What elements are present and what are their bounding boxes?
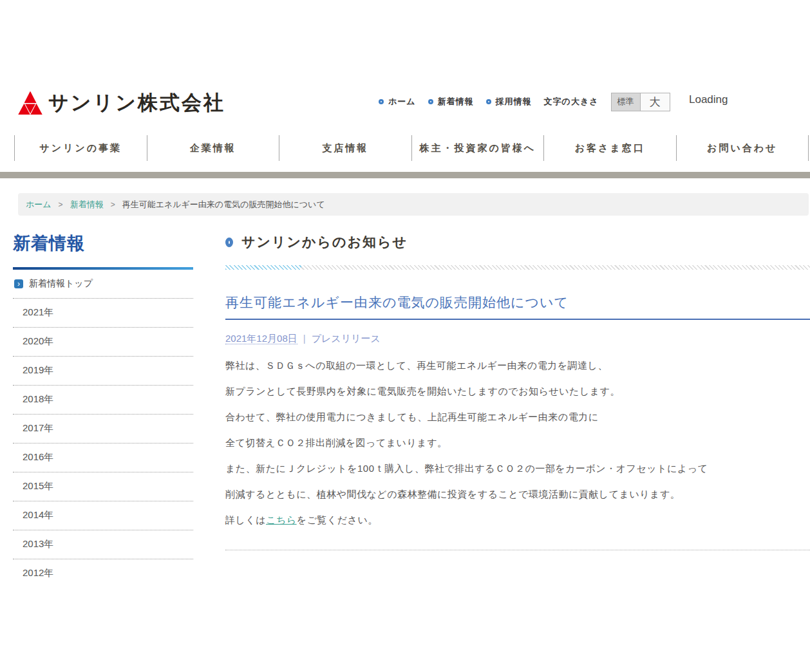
ring-bullet-icon [486, 99, 491, 104]
section-heading-text: サンリンからのお知らせ [241, 233, 408, 251]
sidebar-title: 新着情報 [13, 232, 193, 255]
article-paragraph: 新プランとして長野県内を対象に電気販売を開始いたしますのでお知らせいたします。 [225, 386, 810, 397]
breadcrumb-current: 再生可能エネルギー由来の電気の販売開始他について [122, 199, 325, 210]
breadcrumb-home-link[interactable]: ホーム [26, 199, 52, 210]
breadcrumb-section-link[interactable]: 新着情報 [70, 199, 104, 210]
article-date[interactable]: 2021年12月08日 [225, 333, 297, 344]
main-nav-item[interactable]: サンリンの事業 [14, 135, 147, 161]
sidebar: 新着情報 新着情報トップ 2021年 2020年 2019年 2018年 201… [13, 232, 193, 588]
section-heading: サンリンからのお知らせ [225, 233, 810, 251]
sidebar-item-year[interactable]: 2014年 [13, 501, 193, 530]
article-paragraph: 合わせて、弊社の使用電力につきましても、上記再生可能エネルギー由来の電力に [225, 411, 810, 422]
font-size-large-button[interactable]: 大 [641, 93, 670, 111]
loading-placeholder: Loading [689, 93, 728, 106]
utility-link[interactable]: 採用情報 [486, 96, 532, 107]
utility-links: ホーム 新着情報 採用情報 [379, 96, 532, 107]
article-title: 再生可能エネルギー由来の電気の販売開始他について [225, 294, 810, 312]
company-name: サンリン株式会社 [48, 89, 225, 117]
article-meta: 2021年12月08日|プレスリリース [225, 332, 810, 345]
article-category: プレスリリース [312, 333, 381, 344]
ring-bullet-icon [379, 99, 384, 104]
main-nav-item[interactable]: 株主・投資家の皆様へ [411, 135, 544, 161]
main-nav-item[interactable]: お客さま窓口 [543, 135, 676, 161]
article-paragraph: 全て切替えＣＯ２排出削減を図ってまいります。 [225, 437, 810, 448]
utility-link-label: 採用情報 [496, 96, 532, 107]
sidebar-item-year[interactable]: 2015年 [13, 472, 193, 501]
year-list: 2021年 2020年 2019年 2018年 2017年 2016年 2015… [13, 299, 193, 588]
breadcrumb: ホーム > 新着情報 > 再生可能エネルギー由来の電気の販売開始他について [18, 193, 809, 216]
sidebar-item-year[interactable]: 2013年 [13, 530, 193, 559]
logo-triangle-icon [18, 91, 42, 115]
article-body: 弊社は、ＳＤＧｓへの取組の一環として、再生可能エネルギー由来の電力を調達し、 新… [225, 360, 810, 499]
title-rule [225, 319, 810, 320]
chevron-right-icon [14, 279, 23, 288]
font-size-label: 文字の大きさ [544, 96, 599, 107]
breadcrumb-separator: > [59, 200, 63, 209]
sidebar-item-year[interactable]: 2017年 [13, 415, 193, 443]
sidebar-item-year[interactable]: 2021年 [13, 299, 193, 328]
sidebar-item-year[interactable]: 2012年 [13, 559, 193, 588]
font-size-switch: 標準 大 [611, 93, 670, 111]
main-nav-item[interactable]: お問い合わせ [676, 135, 809, 161]
striped-divider [225, 265, 810, 270]
utility-link-label: ホーム [388, 96, 416, 107]
font-size-standard-button[interactable]: 標準 [611, 93, 641, 111]
main-nav-item[interactable]: 支店情報 [279, 135, 411, 161]
header-divider-bar [0, 172, 810, 178]
article-detail-line: 詳しくはこちらをご覧ください。 [225, 514, 810, 525]
ring-bullet-icon [225, 238, 233, 247]
detail-link[interactable]: こちら [266, 514, 297, 525]
detail-text-after: をご覧ください。 [297, 514, 378, 525]
article-bottom-rule [225, 550, 810, 550]
sidebar-item-year[interactable]: 2019年 [13, 357, 193, 386]
utility-link[interactable]: ホーム [379, 96, 416, 107]
article-paragraph: 削減するとともに、植林や間伐などの森林整備に投資をすることで環境活動に貢献してま… [225, 489, 810, 499]
utility-link-label: 新着情報 [438, 96, 474, 107]
utility-link[interactable]: 新着情報 [428, 96, 474, 107]
ring-bullet-icon [428, 99, 433, 104]
sidebar-item-news-top[interactable]: 新着情報トップ [13, 270, 193, 299]
site-logo[interactable]: サンリン株式会社 [18, 89, 225, 117]
sidebar-top-link-label: 新着情報トップ [29, 278, 93, 290]
breadcrumb-separator: > [111, 200, 115, 209]
utility-nav: ホーム 新着情報 採用情報 文字の大きさ 標準 大 [379, 92, 670, 111]
article-paragraph: 弊社は、ＳＤＧｓへの取組の一環として、再生可能エネルギー由来の電力を調達し、 [225, 360, 810, 371]
meta-separator: | [303, 333, 306, 344]
article-paragraph: また、新たにＪクレジットを100ｔ購入し、弊社で排出するＣＯ２の一部をカーボン・… [225, 463, 810, 474]
article-paragraph: 詳しくはこちらをご覧ください。 [225, 514, 810, 525]
sidebar-item-year[interactable]: 2020年 [13, 328, 193, 357]
main-content: サンリンからのお知らせ 再生可能エネルギー由来の電気の販売開始他について 202… [225, 233, 810, 550]
detail-text-before: 詳しくは [225, 514, 266, 525]
main-nav: サンリンの事業 企業情報 支店情報 株主・投資家の皆様へ お客さま窓口 お問い合… [14, 135, 809, 161]
sidebar-item-year[interactable]: 2016年 [13, 443, 193, 472]
main-nav-item[interactable]: 企業情報 [147, 135, 279, 161]
sidebar-item-year[interactable]: 2018年 [13, 386, 193, 415]
